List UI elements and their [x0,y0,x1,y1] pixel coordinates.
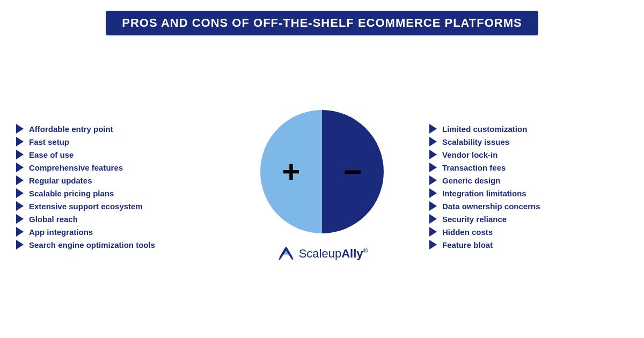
pros-item-label: Search engine optimization tools [29,240,155,249]
brand-logo: ScaleupAlly® [276,244,368,263]
pros-item: Comprehensive features [16,163,123,172]
cons-item: Data ownership concerns [429,201,540,211]
pros-item-label: Regular updates [29,176,92,185]
cons-item: Generic design [429,175,500,185]
arrow-icon [429,214,437,224]
pros-item-label: Comprehensive features [29,163,123,172]
cons-item: Limited customization [429,124,527,134]
arrow-icon [16,137,24,146]
cons-item-label: Integration limitations [442,189,526,198]
pros-half: + [260,110,322,233]
arrow-icon [429,227,437,237]
minus-symbol: − [344,156,362,187]
arrow-icon [429,150,437,159]
arrow-icon [429,137,437,146]
cons-item-label: Transaction fees [442,163,506,172]
pros-item-label: Ease of use [29,150,74,159]
cons-item-label: Hidden costs [442,227,493,237]
brand-name: ScaleupAlly® [299,247,368,261]
pros-item-label: App integrations [29,227,93,237]
pros-item: Global reach [16,214,78,224]
pros-item-label: Global reach [29,215,78,224]
pros-item: App integrations [16,227,93,237]
arrow-icon [16,150,24,159]
arrow-icon [16,214,24,224]
arrow-icon [16,240,24,249]
arrow-icon [16,227,24,237]
pros-item-label: Extensive support ecosystem [29,202,143,211]
page-container: PROS AND CONS OF OFF-THE-SHELF ECOMMERCE… [0,0,644,338]
pros-item-label: Fast setup [29,137,69,146]
cons-list: Limited customization Scalability issues… [429,124,628,249]
cons-item-label: Scalability issues [442,137,509,146]
pros-cons-circle: + − [260,110,384,233]
pros-item: Scalable pricing plans [16,188,114,198]
cons-item-label: Security reliance [442,215,507,224]
arrow-icon [16,175,24,185]
cons-item: Transaction fees [429,163,506,172]
pros-item-label: Affordable entry point [29,124,113,134]
cons-item: Scalability issues [429,137,509,146]
arrow-icon [429,201,437,211]
arrow-icon [16,201,24,211]
arrow-icon [429,163,437,172]
pros-item: Regular updates [16,175,92,185]
arrow-icon [16,188,24,198]
cons-item-label: Vendor lock-in [442,150,497,159]
cons-item: Vendor lock-in [429,150,497,159]
page-title: PROS AND CONS OF OFF-THE-SHELF ECOMMERCE… [106,11,538,35]
pros-list: Affordable entry point Fast setup Ease o… [16,124,215,249]
pros-item-label: Scalable pricing plans [29,189,114,198]
plus-symbol: + [282,156,301,187]
pros-item: Extensive support ecosystem [16,201,143,211]
cons-item: Feature bloat [429,240,493,249]
cons-item-label: Feature bloat [442,240,493,249]
pros-item: Fast setup [16,137,69,146]
cons-item-label: Data ownership concerns [442,202,540,211]
arrow-icon [429,188,437,198]
content-area: Affordable entry point Fast setup Ease o… [16,46,628,327]
arrow-icon [16,163,24,172]
brand-icon [276,244,296,263]
center-visual: + − ScaleupAlly® [260,110,384,263]
arrow-icon [429,175,437,185]
cons-item: Security reliance [429,214,507,224]
arrow-icon [429,124,437,134]
cons-item: Hidden costs [429,227,493,237]
cons-item-label: Limited customization [442,124,527,134]
pros-item: Search engine optimization tools [16,240,155,249]
cons-half: − [322,110,384,233]
arrow-icon [429,240,437,249]
pros-item: Ease of use [16,150,74,159]
cons-item: Integration limitations [429,188,526,198]
arrow-icon [16,124,24,134]
pros-item: Affordable entry point [16,124,113,134]
cons-item-label: Generic design [442,176,500,185]
